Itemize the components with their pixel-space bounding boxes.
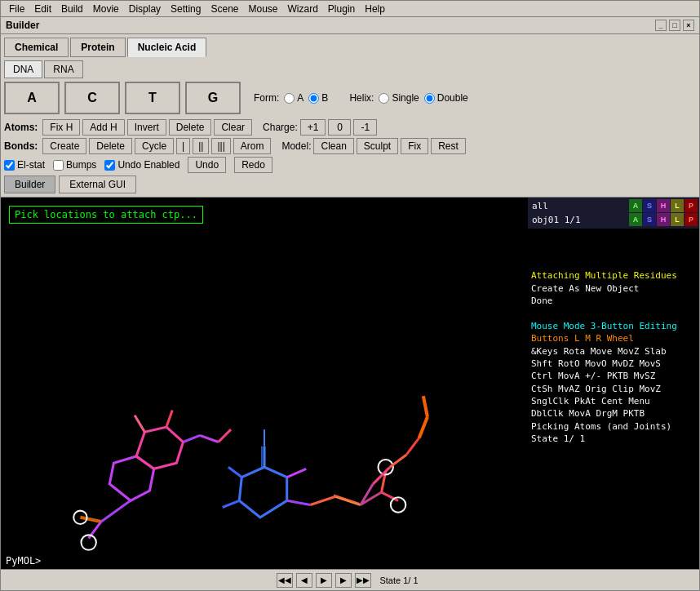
- object-name-all: all: [529, 200, 629, 212]
- form-option-a[interactable]: A: [284, 92, 303, 104]
- svg-line-17: [223, 500, 240, 507]
- menu-help[interactable]: Help: [360, 2, 390, 16]
- undo-enabled-label: Undo Enabled: [117, 159, 179, 171]
- nav-prev[interactable]: ◀: [296, 573, 312, 588]
- tab-chemical[interactable]: Chemical: [4, 38, 69, 57]
- charge-zero[interactable]: 0: [328, 119, 351, 136]
- nav-last[interactable]: ▶▶: [355, 573, 371, 588]
- atoms-delete[interactable]: Delete: [169, 119, 212, 136]
- bonds-arom[interactable]: Arom: [233, 138, 272, 154]
- helix-option-single[interactable]: Single: [379, 92, 419, 104]
- info-mouse-mode: Mouse Mode 3-Button Editing: [531, 320, 696, 332]
- form-radio-b[interactable]: [308, 93, 319, 104]
- tab-nucleic-acid[interactable]: Nucleic Acid: [127, 38, 207, 57]
- charge-minus1[interactable]: -1: [353, 119, 377, 136]
- obj-btn-all-h[interactable]: H: [657, 199, 670, 212]
- redo-button[interactable]: Redo: [234, 157, 272, 173]
- elstat-checkbox[interactable]: [4, 160, 15, 171]
- info-shft: Shft RotO MovO MvDZ MovS: [531, 358, 696, 370]
- model-sculpt[interactable]: Sculpt: [357, 138, 398, 154]
- svg-line-18: [228, 467, 241, 477]
- menu-setting[interactable]: Setting: [166, 2, 206, 16]
- bonds-triple[interactable]: |||: [211, 138, 230, 154]
- atoms-add-h[interactable]: Add H: [82, 119, 124, 136]
- bottom-tab-external-gui[interactable]: External GUI: [59, 176, 136, 193]
- nav-state-info: State 1/ 1: [374, 575, 423, 585]
- form-option-b[interactable]: B: [308, 92, 328, 104]
- svg-line-15: [287, 500, 311, 504]
- bonds-create[interactable]: Create: [42, 138, 86, 154]
- nav-next[interactable]: ▶: [335, 573, 352, 588]
- nav-first[interactable]: ◀◀: [277, 573, 293, 588]
- right-panel: all A S H L P obj01 1/1 A S: [528, 198, 699, 553]
- helix-radio-double[interactable]: [424, 93, 435, 104]
- obj-btn-obj01-s[interactable]: S: [643, 213, 656, 226]
- tab-protein[interactable]: Protein: [70, 38, 125, 57]
- bumps-checkbox[interactable]: [53, 160, 64, 171]
- model-rest[interactable]: Rest: [431, 138, 466, 154]
- menu-wizard[interactable]: Wizard: [283, 2, 323, 16]
- obj-btn-all-p[interactable]: P: [684, 199, 698, 212]
- menu-plugin[interactable]: Plugin: [323, 2, 360, 16]
- nucleotide-a[interactable]: A: [4, 82, 60, 114]
- minimize-button[interactable]: _: [655, 20, 667, 31]
- helix-option-double[interactable]: Double: [424, 92, 468, 104]
- nucleotide-c[interactable]: C: [64, 82, 120, 114]
- terminal-prompt: PyMOL>: [6, 555, 41, 567]
- atoms-invert[interactable]: Invert: [127, 119, 166, 136]
- svg-line-32: [419, 417, 428, 438]
- viewport-area: Pick locations to attach ctp...: [1, 198, 699, 553]
- terminal-bar[interactable]: PyMOL>: [1, 553, 699, 569]
- atoms-clear[interactable]: Clear: [214, 119, 252, 136]
- menu-mouse[interactable]: Mouse: [243, 2, 282, 16]
- bumps-check[interactable]: Bumps: [53, 159, 96, 171]
- bonds-row: Bonds: Create Delete Cycle | || ||| Arom…: [4, 138, 696, 154]
- undo-button[interactable]: Undo: [188, 157, 226, 173]
- viewport-message: Pick locations to attach ctp...: [9, 206, 203, 224]
- obj-btn-all-l[interactable]: L: [671, 199, 684, 212]
- nucleotides-row: A C T G Form: A B Helix: Single: [4, 82, 696, 114]
- menu-scene[interactable]: Scene: [206, 2, 243, 16]
- model-clean[interactable]: Clean: [313, 138, 353, 154]
- elstat-check[interactable]: El-stat: [4, 159, 45, 171]
- undo-enabled-checkbox[interactable]: [104, 160, 115, 171]
- menu-movie[interactable]: Movie: [88, 2, 124, 16]
- obj-btn-obj01-h[interactable]: H: [657, 213, 670, 226]
- obj-btn-obj01-p[interactable]: P: [684, 213, 698, 226]
- menu-edit[interactable]: Edit: [29, 2, 56, 16]
- info-sngl: SnglClk PkAt Cent Menu: [531, 395, 696, 407]
- obj-btn-obj01-a[interactable]: A: [629, 213, 642, 226]
- bottom-tab-builder[interactable]: Builder: [4, 176, 55, 193]
- menu-display[interactable]: Display: [124, 2, 166, 16]
- form-radio-a[interactable]: [284, 93, 295, 104]
- obj-btn-obj01-l[interactable]: L: [671, 213, 684, 226]
- helix-radio-single[interactable]: [379, 93, 389, 104]
- bonds-delete[interactable]: Delete: [89, 138, 132, 154]
- bonds-double[interactable]: ||: [193, 138, 209, 154]
- subtab-dna[interactable]: DNA: [4, 60, 42, 78]
- obj-btn-all-a[interactable]: A: [629, 199, 642, 212]
- svg-line-9: [166, 411, 172, 428]
- maximize-button[interactable]: □: [669, 20, 680, 31]
- nucleotide-t[interactable]: T: [125, 82, 180, 114]
- model-fix[interactable]: Fix: [401, 138, 428, 154]
- nav-play[interactable]: ▶: [316, 573, 332, 588]
- close-button[interactable]: ×: [683, 20, 694, 31]
- form-label: Form:: [254, 92, 279, 104]
- info-state: State 1/ 1: [531, 433, 696, 445]
- nucleotide-g[interactable]: G: [185, 82, 241, 114]
- subtab-rna[interactable]: RNA: [44, 60, 82, 78]
- obj-btn-all-s[interactable]: S: [643, 199, 656, 212]
- svg-line-30: [390, 455, 407, 467]
- charge-plus1[interactable]: +1: [300, 119, 326, 136]
- bonds-single[interactable]: |: [176, 138, 190, 154]
- bonds-cycle[interactable]: Cycle: [135, 138, 174, 154]
- model-label: Model:: [281, 140, 311, 152]
- viewport-3d[interactable]: Pick locations to attach ctp...: [1, 198, 528, 553]
- menu-build[interactable]: Build: [56, 2, 88, 16]
- svg-line-34: [334, 495, 359, 503]
- atoms-fix-h[interactable]: Fix H: [42, 119, 80, 136]
- menu-file[interactable]: File: [4, 2, 29, 16]
- object-btns-all: A S H L P: [629, 199, 698, 212]
- undo-enabled-check[interactable]: Undo Enabled: [104, 159, 179, 171]
